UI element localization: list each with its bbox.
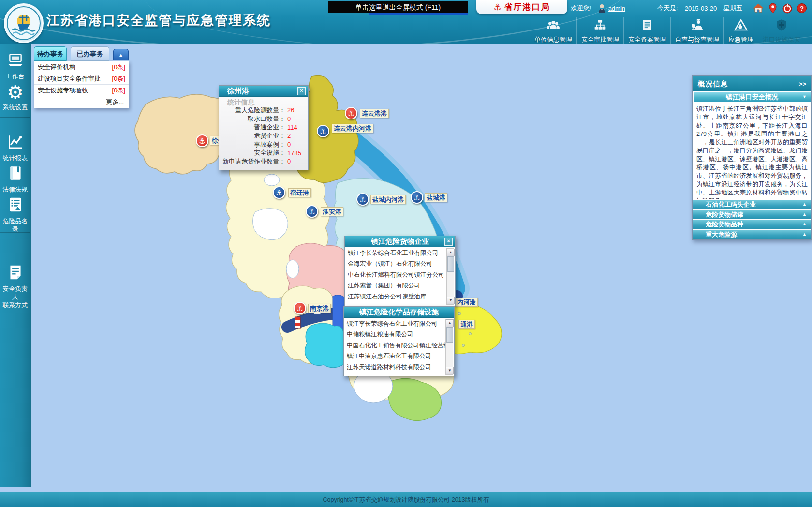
accordion-major-hazard-sources[interactable]: 重大危险源 ▲ [693, 229, 811, 239]
anchor-icon: ⚓ [348, 110, 354, 117]
facility-list-item[interactable]: 江苏天诺道路材料科技有限公司 [347, 362, 444, 373]
app-title: 江苏省港口安全监管与应急管理系统 [46, 12, 271, 29]
close-icon[interactable]: × [444, 238, 453, 246]
map-pin-icon[interactable] [768, 3, 778, 14]
stat-value: 2 [287, 132, 291, 139]
sidebar-item-statistics-reports[interactable]: 统计报表 [0, 133, 30, 163]
exit-fullscreen-bar[interactable]: 单击这里退出全屏模式 (F11) [328, 1, 468, 13]
scroll-thumb[interactable] [446, 327, 453, 343]
task-panel-collapse-button[interactable]: ▲ [113, 49, 129, 60]
law-book-icon [7, 164, 24, 182]
sidebar-item-label: 工作台 [0, 73, 30, 81]
users-icon [546, 18, 561, 32]
nav-label: 港口设施保安 [763, 35, 800, 44]
scroll-up-icon[interactable]: ▲ [447, 249, 455, 256]
scroll-down-icon[interactable]: ▼ [447, 297, 455, 304]
stat-label: 取水口数量： [219, 115, 285, 123]
workbench-icon [7, 51, 24, 69]
nav-port-facility-security[interactable]: 港口设施保安 [758, 17, 805, 44]
contact-sheet-icon [7, 264, 24, 281]
port-marker-yancheng-inland[interactable]: ⚓ [356, 193, 369, 206]
task-row[interactable]: 建设项目安全条件审批 [0条] [34, 73, 129, 85]
app-logo [4, 3, 44, 43]
task-list: 安全评价机构 [0条] 建设项目安全条件审批 [0条] 安全设施专项验收 [0条… [34, 61, 129, 108]
logo-graphic [5, 5, 42, 42]
accordion-petrochemical-wharf[interactable]: 石油化工码头企业 ▲ [693, 199, 811, 209]
help-icon[interactable]: ? [797, 3, 807, 14]
storage-popup-title-text: 镇江危险化学品存储设施 [359, 308, 439, 316]
scrollbar[interactable]: ▲ ▼ [446, 248, 454, 305]
task-more-link[interactable]: 更多... [34, 96, 129, 108]
home-icon[interactable] [753, 3, 764, 14]
port-marker-xuzhou[interactable]: ⚓ [196, 134, 208, 147]
username-link[interactable]: admin [608, 5, 625, 12]
accordion-dg-storage-tanks[interactable]: 危险货物储罐 ▲ [693, 209, 811, 220]
accordion-dg-varieties[interactable]: 危险货物品种 ▲ [693, 219, 811, 229]
stat-value: 114 [287, 124, 297, 131]
sidebar-item-hazardous-goods-catalog[interactable]: 危险品名录 [0, 196, 30, 234]
nav-unit-info-management[interactable]: 单位信息管理 [530, 17, 576, 44]
sidebar-item-label-line2: 联系方式 [0, 301, 30, 310]
scroll-up-icon[interactable]: ▲ [446, 319, 454, 327]
lake-luoma [264, 174, 280, 186]
gear-icon: ⚙ [0, 83, 30, 102]
scroll-thumb[interactable] [447, 256, 454, 272]
facility-list-item[interactable]: 镇江中油京惠石油化工有限公司 [347, 351, 444, 361]
storage-list: 镇江李长荣综合石化工业有限公司 中储粮镇江粮油有限公司 中国石化化工销售有限公司… [347, 318, 444, 373]
task-count-badge: [0条] [112, 61, 125, 73]
scroll-down-icon[interactable]: ▼ [446, 367, 454, 374]
stat-row: 事故案例： 0 [219, 140, 308, 149]
company-list-item[interactable]: 金海宏业（镇江）石化有限公司 [348, 258, 445, 269]
stat-row: 新申请危货作业数量： 0 [219, 157, 308, 166]
org-badge-label: 省厅港口局 [504, 1, 550, 13]
port-marker-lianyungang-inland[interactable]: ⚓ [317, 125, 329, 137]
xuzhou-port-popup: 徐州港 × 统计信息 重大危险源数量： 26 取水口数量： 0 普通企业： 11… [219, 85, 309, 170]
port-marker-huaian[interactable]: ⚓ [306, 205, 318, 218]
overview-expand-button[interactable]: >> [799, 80, 806, 88]
hazard-list-icon [7, 196, 24, 213]
facility-list-item[interactable]: 镇江李长荣综合石化工业有限公司 [347, 318, 444, 329]
nav-emergency-management[interactable]: 应急管理 [723, 17, 758, 44]
stat-row: 危货企业： 2 [219, 132, 308, 140]
port-marker-nanjing[interactable]: ⚓ [294, 302, 306, 314]
top-navigation: 单位信息管理 安全审批管理 安全备案管理 [530, 17, 805, 44]
stat-label: 普通企业： [219, 123, 285, 132]
port-label-lianyungang: 连云港港 [360, 109, 389, 118]
tab-pending-tasks[interactable]: 待办事务 [34, 46, 67, 61]
power-icon[interactable] [782, 3, 793, 14]
document-icon [640, 18, 654, 32]
task-row[interactable]: 安全设施专项验收 [0条] [34, 85, 129, 96]
today-date: 2015-03-20 [685, 5, 717, 12]
tab-done-tasks[interactable]: 已办事务 [71, 46, 109, 61]
stat-value-link[interactable]: 0 [287, 158, 291, 165]
nav-self-check-supervision-management[interactable]: 自查与督查管理 [670, 17, 723, 44]
port-marker-yancheng[interactable]: ⚓ [411, 191, 423, 204]
nav-safety-approval-management[interactable]: 安全审批管理 [576, 17, 623, 44]
facility-list-item[interactable]: 中国石化化工销售有限公司镇江经营部 [347, 340, 444, 351]
overview-description: 镇江港位于长江三角洲暨江苏省中部的镇江市，地处京杭大运河与长江十字交汇处。上距南… [693, 103, 811, 199]
company-list-item[interactable]: 镇江李长荣综合石化工业有限公司 [348, 248, 445, 258]
sidebar-item-safety-officer-contacts[interactable]: 安全负责人 联系方式 [0, 264, 30, 310]
company-list-item[interactable]: 中石化长江燃料有限公司镇江分公司 [348, 269, 445, 280]
nav-label: 安全备案管理 [628, 35, 666, 44]
stat-value: 0 [287, 115, 291, 122]
port-marker-lianyungang[interactable]: ⚓ [345, 107, 357, 119]
overview-section-zhenjiang[interactable]: 镇江港口安全概况 ▼ [693, 91, 811, 103]
task-row[interactable]: 安全评价机构 [0条] [34, 61, 129, 73]
task-count-badge: [0条] [112, 73, 125, 84]
port-marker-suqian[interactable]: ⚓ [273, 186, 285, 199]
port-label-yancheng-inland: 盐城内河港 [370, 195, 406, 204]
sidebar-item-laws-regulations[interactable]: 法律法规 [0, 164, 30, 194]
nav-label: 单位信息管理 [534, 35, 572, 44]
overview-panel-header: 概况信息 >> [693, 76, 811, 91]
close-icon[interactable]: × [297, 87, 306, 95]
facility-list-item[interactable]: 中储粮镇江粮油有限公司 [347, 329, 444, 340]
org-chart-icon [593, 18, 607, 32]
company-list-item[interactable]: 江苏镇江石油分公司谏壁油库 [348, 291, 445, 302]
sidebar-item-system-settings[interactable]: ⚙ 系统设置 [0, 83, 30, 112]
company-list-item[interactable]: 江苏索普（集团）有限公司 [348, 280, 445, 291]
sidebar-item-workbench[interactable]: 工作台 [0, 51, 30, 81]
nav-safety-record-management[interactable]: 安全备案管理 [623, 17, 670, 44]
scrollbar[interactable]: ▲ ▼ [445, 319, 453, 375]
task-label: 安全评价机构 [38, 61, 75, 73]
